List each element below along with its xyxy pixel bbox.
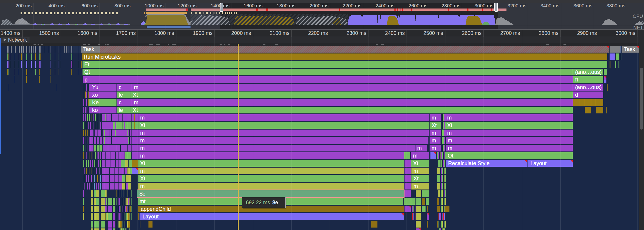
- svg-text:2200 ms: 2200 ms: [308, 30, 328, 36]
- svg-text:m: m: [413, 153, 418, 159]
- svg-text:Xt: Xt: [414, 175, 418, 181]
- svg-text:Xt: Xt: [413, 160, 418, 166]
- svg-text:2500 ms: 2500 ms: [424, 30, 443, 36]
- svg-text:1700 ms: 1700 ms: [116, 30, 136, 36]
- svg-text:2900 ms: 2900 ms: [577, 30, 597, 36]
- svg-text:Layout: Layout: [530, 160, 546, 166]
- svg-text:Yu: Yu: [92, 84, 98, 90]
- svg-text:2600 ms: 2600 ms: [408, 3, 427, 9]
- svg-text:m: m: [140, 153, 145, 159]
- svg-text:m: m: [432, 130, 436, 136]
- svg-text:$e: $e: [140, 191, 146, 197]
- svg-text:2400 ms: 2400 ms: [385, 30, 405, 36]
- svg-text:$e: $e: [272, 199, 278, 205]
- svg-text:CPU: CPU: [633, 14, 643, 19]
- svg-text:mt: mt: [140, 198, 146, 204]
- svg-text:xo: xo: [92, 92, 98, 98]
- svg-text:1800 ms: 1800 ms: [276, 3, 296, 9]
- svg-text:m: m: [447, 115, 452, 121]
- svg-text:692.22 ms: 692.22 ms: [246, 199, 270, 205]
- svg-text:2800 ms: 2800 ms: [442, 3, 460, 9]
- svg-text:1900 ms: 1900 ms: [193, 30, 212, 36]
- svg-text:1600 ms: 1600 ms: [244, 3, 262, 9]
- svg-text:m: m: [432, 115, 436, 121]
- svg-text:2700 ms: 2700 ms: [500, 30, 520, 36]
- svg-text:c: c: [119, 84, 122, 90]
- svg-text:Xt: Xt: [447, 122, 452, 128]
- svg-text:m: m: [432, 145, 436, 151]
- svg-text:(ano…ous): (ano…ous): [575, 69, 602, 75]
- svg-text:Task: Task: [83, 46, 94, 52]
- svg-text:p: p: [84, 77, 88, 83]
- svg-text:appendChild: appendChild: [141, 206, 171, 212]
- svg-text:m: m: [140, 168, 145, 174]
- svg-text:Xt: Xt: [140, 160, 145, 166]
- svg-text:m: m: [140, 130, 145, 136]
- svg-text:m: m: [447, 130, 452, 136]
- svg-text:2100 ms: 2100 ms: [270, 30, 289, 36]
- svg-text:Ke: Ke: [92, 99, 98, 105]
- svg-text:2800 ms: 2800 ms: [539, 30, 558, 36]
- svg-text:m: m: [140, 145, 145, 151]
- svg-text:Network: Network: [8, 37, 27, 43]
- svg-text:2000 ms: 2000 ms: [310, 3, 328, 9]
- svg-text:le: le: [119, 107, 123, 113]
- svg-text:ko: ko: [92, 107, 98, 113]
- svg-text:Xt: Xt: [133, 92, 138, 98]
- svg-text:2200 ms: 2200 ms: [342, 3, 361, 9]
- svg-text:m: m: [432, 137, 436, 143]
- svg-text:m: m: [448, 137, 452, 143]
- svg-text:Xt: Xt: [140, 122, 145, 128]
- svg-text:m: m: [140, 137, 145, 143]
- svg-text:3000 ms: 3000 ms: [616, 30, 635, 36]
- svg-text:Xt: Xt: [140, 175, 145, 181]
- svg-text:c: c: [119, 99, 122, 105]
- svg-text:1800 ms: 1800 ms: [154, 30, 174, 36]
- svg-text:m: m: [448, 145, 452, 151]
- svg-text:Run Microtasks: Run Microtasks: [84, 54, 120, 60]
- svg-text:2600 ms: 2600 ms: [462, 30, 482, 36]
- svg-text:m: m: [140, 115, 145, 121]
- svg-text:Task: Task: [624, 46, 635, 52]
- svg-text:1400 ms: 1400 ms: [1, 30, 20, 36]
- svg-text:Qt: Qt: [84, 69, 90, 75]
- svg-text:Et: Et: [84, 61, 90, 67]
- svg-text:2300 ms: 2300 ms: [346, 30, 366, 36]
- svg-text:m: m: [414, 183, 418, 189]
- svg-text:d: d: [575, 92, 578, 98]
- svg-text:ft: ft: [575, 77, 578, 83]
- svg-text:2000 ms: 2000 ms: [231, 30, 251, 36]
- svg-text:(ano…ous): (ano…ous): [575, 84, 602, 90]
- svg-text:m: m: [140, 183, 145, 189]
- svg-text:Ot: Ot: [448, 153, 454, 159]
- svg-text:1500 ms: 1500 ms: [39, 30, 59, 36]
- svg-text:Layout: Layout: [142, 213, 158, 219]
- svg-text:Xt: Xt: [432, 122, 437, 128]
- svg-text:m: m: [417, 145, 422, 151]
- svg-text:m: m: [414, 168, 418, 174]
- svg-text:Xt: Xt: [133, 107, 138, 113]
- svg-text:2400 ms: 2400 ms: [376, 3, 394, 9]
- svg-text:1600 ms: 1600 ms: [78, 30, 97, 36]
- svg-text:3000 ms: 3000 ms: [474, 3, 493, 9]
- svg-text:le: le: [119, 92, 123, 98]
